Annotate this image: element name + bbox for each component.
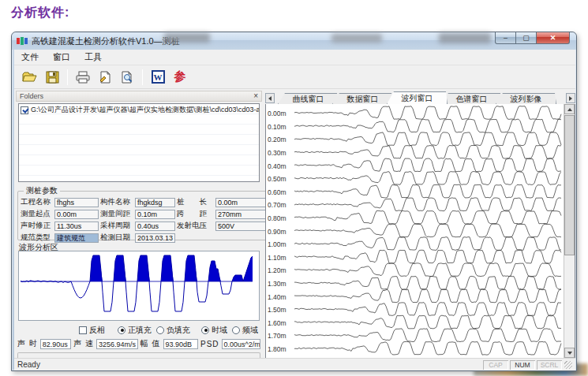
close-button[interactable]: ✕	[537, 32, 570, 44]
radio-icon[interactable]	[118, 326, 125, 334]
toolbar: W 参	[14, 65, 575, 89]
wavetrain-row	[294, 119, 561, 132]
param-value-1[interactable]: fhgkdsg	[135, 198, 175, 207]
maximize-button[interactable]: ▢	[516, 32, 537, 44]
print-setup-icon[interactable]	[95, 68, 115, 87]
radio-icon[interactable]	[156, 326, 164, 334]
save-icon[interactable]	[42, 68, 62, 87]
menu-item-0[interactable]: 文件	[14, 50, 46, 65]
close-icon[interactable]: ×	[253, 92, 258, 100]
minimize-button[interactable]: –	[495, 32, 516, 44]
reading-label-1: 声 速	[73, 338, 94, 349]
depth-label-18: 1.80m	[268, 343, 293, 356]
fill-negative-label: 负填充	[167, 325, 190, 336]
param-label-1: 构件名称	[100, 197, 133, 207]
menu-bar: 文件窗口工具	[14, 50, 575, 65]
depth-label-2: 0.20m	[268, 133, 293, 147]
time-domain-label: 时域	[212, 325, 227, 336]
menu-item-1[interactable]: 窗口	[46, 50, 77, 65]
tab-0[interactable]: 曲线窗口	[278, 93, 339, 104]
depth-label-0: 0.00m	[268, 107, 293, 121]
param-value-7[interactable]: 0.40us	[135, 222, 175, 231]
tab-scroll-left-icon[interactable]	[265, 93, 275, 103]
depth-label-17: 1.70m	[268, 329, 293, 343]
waveform-analysis-box[interactable]	[18, 251, 260, 321]
print-preview-icon[interactable]	[117, 68, 137, 87]
left-panel: Folders × G:\公司产品设计开发\超声仪器\超声仪实地检测数据\测桩\…	[16, 91, 262, 359]
wavetrain-row	[294, 303, 561, 316]
radio-icon[interactable]	[201, 326, 209, 334]
background-artifact	[331, 34, 382, 43]
scroll-up-icon[interactable]	[564, 104, 575, 114]
checkbox-icon[interactable]	[79, 326, 87, 334]
folder-tree[interactable]: G:\公司产品设计开发\超声仪器\超声仪实地检测数据\测桩\cd\cd03\cd…	[18, 103, 260, 182]
radio-icon[interactable]	[232, 326, 240, 334]
scrollbar[interactable]	[564, 104, 575, 358]
reading-value-2[interactable]: 93.90dB	[163, 339, 198, 349]
param-value-9[interactable]: 建筑规范	[54, 233, 99, 243]
wavetrain-area[interactable]: 0.00m0.10m0.20m0.30m0.40m0.50m0.60m0.70m…	[265, 104, 575, 359]
depth-label-14: 1.40m	[268, 290, 293, 303]
param-value-6[interactable]: 11.30us	[54, 222, 99, 231]
tab-1[interactable]: 数据窗口	[332, 93, 393, 104]
freq-domain-label: 频域	[242, 325, 258, 336]
background-artifact	[164, 33, 210, 43]
param-label-7: 采样周期	[100, 221, 133, 231]
menu-item-2[interactable]: 工具	[77, 50, 109, 65]
tree-item[interactable]: G:\公司产品设计开发\超声仪器\超声仪实地检测数据\测桩\cd\cd03\cd…	[19, 104, 259, 116]
title-bar[interactable]: 高铁建混凝土检测分析软件V1.0—测桩	[12, 32, 576, 50]
window-title: 高铁建混凝土检测分析软件V1.0—测桩	[32, 35, 180, 47]
param-value-4[interactable]: 0.10m	[135, 210, 175, 219]
time-domain-radio[interactable]: 时域	[201, 325, 227, 336]
wavetrain-row	[294, 198, 561, 211]
depth-label-7: 0.70m	[268, 199, 293, 212]
background-artifact	[439, 33, 491, 43]
depth-label-9: 0.90m	[268, 225, 293, 238]
depth-label-12: 1.20m	[268, 264, 293, 277]
param-value-8[interactable]: 500V	[215, 222, 271, 231]
fill-positive-radio[interactable]: 正填充	[118, 325, 152, 336]
word-export-icon[interactable]: W	[148, 68, 168, 87]
checkbox-icon[interactable]	[21, 106, 28, 114]
tab-3[interactable]: 色谱窗口	[441, 93, 502, 104]
param-value-5[interactable]: 270mm	[215, 210, 271, 219]
fill-negative-radio[interactable]: 负填充	[156, 325, 190, 336]
display-controls: 反相 正填充 负填充 时域 频域	[17, 324, 260, 336]
params-char: 参	[174, 69, 186, 84]
tab-scroll-right-icon[interactable]	[566, 93, 575, 103]
indicator-cap: CAP	[483, 360, 508, 370]
param-label-0: 工程名称	[21, 197, 53, 207]
reading-value-1[interactable]: 3256.94m/s	[96, 339, 138, 349]
open-folder-icon[interactable]	[20, 68, 40, 87]
param-label-2: 桩 长	[177, 197, 214, 207]
status-bar: Ready CAPNUMSCRL	[14, 358, 575, 370]
depth-label-10: 1.00m	[268, 238, 293, 251]
param-value-10[interactable]: 2013.03.13	[135, 233, 175, 243]
reading-value-0[interactable]: 82.90us	[40, 339, 71, 349]
tab-2[interactable]: 波列窗口	[387, 91, 448, 104]
param-value-3[interactable]: 0.00m	[54, 210, 99, 219]
wavetrain-row	[294, 263, 561, 277]
scroll-down-icon[interactable]	[564, 348, 575, 358]
depth-label-13: 1.30m	[268, 277, 293, 291]
invert-checkbox[interactable]: 反相	[79, 325, 105, 336]
scrollbar-thumb[interactable]	[564, 115, 575, 255]
depth-label-3: 0.30m	[268, 147, 293, 160]
freq-domain-radio[interactable]: 频域	[232, 325, 258, 336]
app-window: 高铁建混凝土检测分析软件V1.0—测桩 – ▢ ✕ 文件窗口工具 W 参	[11, 32, 577, 371]
reading-value-3[interactable]: 0.00us^2/m	[222, 339, 260, 349]
wavetrain-row	[294, 224, 561, 237]
app-icon	[17, 36, 28, 46]
params-icon[interactable]: 参	[170, 68, 190, 87]
indicator-num: NUM	[510, 360, 535, 370]
tab-4[interactable]: 波列影像	[496, 93, 556, 104]
param-label-10: 检测日期	[100, 233, 133, 243]
param-value-2[interactable]: 0.00m	[215, 198, 271, 207]
resize-grip-icon[interactable]	[564, 361, 572, 369]
wavetrain-row	[294, 315, 561, 329]
analysis-wave-outline	[21, 255, 253, 311]
printer-icon[interactable]	[73, 68, 93, 87]
param-label-6: 声时修正	[21, 221, 53, 231]
wavetrain-row	[294, 276, 561, 289]
param-value-0[interactable]: fhghs	[54, 198, 99, 207]
